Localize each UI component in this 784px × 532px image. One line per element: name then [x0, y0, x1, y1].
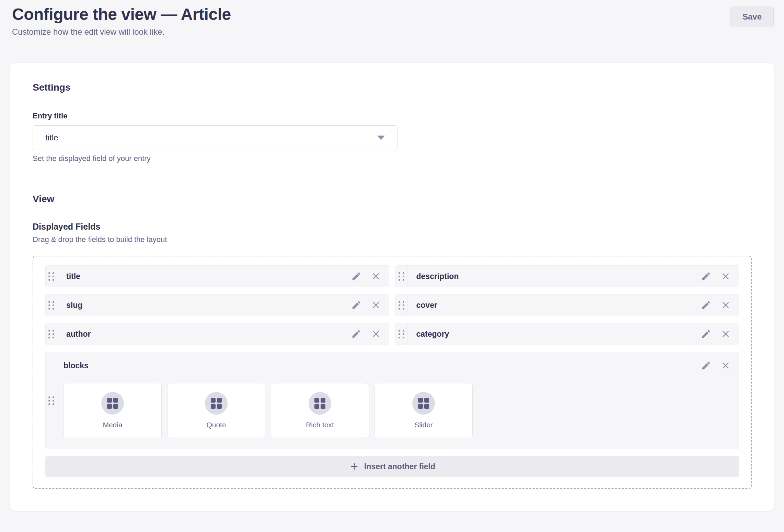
component-label: Rich text — [306, 421, 334, 429]
view-heading: View — [33, 194, 752, 205]
edit-field-button[interactable] — [351, 271, 361, 281]
field-actions — [701, 323, 739, 345]
close-icon — [371, 300, 381, 310]
field-row-title: title — [45, 265, 389, 287]
close-icon — [721, 329, 730, 339]
field-actions — [701, 360, 730, 371]
component-label: Slider — [414, 421, 433, 429]
component-card-quote[interactable]: Quote — [167, 383, 265, 438]
grid-icon — [211, 398, 222, 409]
drag-handle[interactable] — [396, 323, 407, 345]
remove-field-button[interactable] — [371, 329, 381, 339]
close-icon — [721, 271, 730, 281]
field-label: description — [407, 266, 701, 287]
component-badge — [101, 392, 124, 415]
component-label: Quote — [206, 421, 226, 429]
pencil-icon — [351, 271, 361, 281]
page-header-text: Configure the view — Article Customize h… — [12, 5, 231, 37]
close-icon — [371, 329, 381, 339]
field-row-cover: cover — [395, 294, 739, 316]
grid-icon — [418, 398, 429, 409]
page-subtitle: Customize how the edit view will look li… — [12, 27, 231, 37]
remove-field-button[interactable] — [721, 329, 730, 339]
field-label: cover — [407, 294, 701, 316]
field-label: title — [57, 266, 351, 287]
blocks-content: blocks Media — [57, 352, 739, 449]
pencil-icon — [701, 360, 711, 371]
drag-handle[interactable] — [396, 266, 407, 287]
displayed-fields-heading: Displayed Fields — [33, 222, 752, 232]
drag-handle-icon — [399, 330, 404, 338]
drag-handle[interactable] — [46, 266, 57, 287]
field-row-author: author — [45, 323, 389, 345]
fields-dropzone: title description — [33, 256, 752, 489]
remove-field-button[interactable] — [721, 361, 730, 370]
field-actions — [351, 266, 389, 287]
drag-handle-icon — [399, 272, 404, 281]
close-icon — [371, 271, 381, 281]
pencil-icon — [351, 300, 361, 310]
pencil-icon — [701, 271, 711, 281]
remove-field-button[interactable] — [721, 300, 730, 310]
field-actions — [351, 294, 389, 316]
component-card-media[interactable]: Media — [64, 383, 162, 438]
field-actions — [701, 266, 739, 287]
entry-title-select[interactable]: title — [33, 125, 397, 150]
pencil-icon — [701, 329, 711, 339]
page-header: Configure the view — Article Customize h… — [0, 0, 784, 37]
edit-field-button[interactable] — [351, 300, 361, 310]
component-label: Media — [103, 421, 122, 429]
grid-icon — [107, 398, 118, 409]
close-icon — [721, 300, 730, 310]
drag-handle-icon — [48, 272, 54, 281]
pencil-icon — [701, 300, 711, 310]
insert-field-label: Insert another field — [364, 462, 435, 471]
edit-field-button[interactable] — [701, 329, 711, 339]
page-title: Configure the view — Article — [12, 5, 231, 24]
field-row-category: category — [395, 323, 739, 345]
chevron-down-icon — [377, 136, 385, 140]
entry-title-select-value: title — [45, 133, 58, 142]
edit-field-button[interactable] — [701, 271, 711, 281]
settings-heading: Settings — [33, 82, 752, 93]
field-row-blocks: blocks Media — [45, 352, 739, 449]
component-card-rich-text[interactable]: Rich text — [271, 383, 369, 438]
section-divider — [33, 179, 752, 179]
remove-field-button[interactable] — [721, 271, 730, 281]
field-label: blocks — [64, 361, 89, 370]
drag-handle-icon — [48, 330, 54, 338]
insert-field-button[interactable]: Insert another field — [45, 456, 739, 477]
component-cards: Media Quote Rich text — [64, 383, 730, 438]
component-card-slider[interactable]: Slider — [374, 383, 473, 438]
field-row-slug: slug — [45, 294, 389, 316]
field-label: slug — [57, 294, 351, 316]
drag-handle-icon — [48, 396, 54, 405]
edit-field-button[interactable] — [701, 360, 711, 371]
grid-icon — [314, 398, 325, 409]
field-row-description: description — [395, 265, 739, 287]
entry-title-hint: Set the displayed field of your entry — [33, 154, 752, 163]
remove-field-button[interactable] — [371, 271, 381, 281]
displayed-fields-hint: Drag & drop the fields to build the layo… — [33, 235, 752, 244]
entry-title-label: Entry title — [33, 112, 752, 120]
save-button[interactable]: Save — [730, 7, 774, 27]
drag-handle[interactable] — [46, 294, 57, 316]
remove-field-button[interactable] — [371, 300, 381, 310]
field-actions — [701, 294, 739, 316]
plus-icon — [349, 461, 359, 472]
blocks-header: blocks — [64, 358, 730, 373]
field-label: category — [407, 323, 701, 345]
configuration-card: Settings Entry title title Set the displ… — [10, 63, 774, 511]
drag-handle-icon — [48, 301, 54, 310]
drag-handle-icon — [399, 301, 404, 310]
pencil-icon — [351, 329, 361, 339]
drag-handle[interactable] — [46, 323, 57, 345]
edit-field-button[interactable] — [351, 329, 361, 339]
component-badge — [309, 392, 331, 415]
edit-field-button[interactable] — [701, 300, 711, 310]
close-icon — [721, 361, 730, 370]
field-actions — [351, 323, 389, 345]
drag-handle[interactable] — [396, 294, 407, 316]
drag-handle[interactable] — [46, 352, 57, 449]
field-label: author — [57, 323, 351, 345]
